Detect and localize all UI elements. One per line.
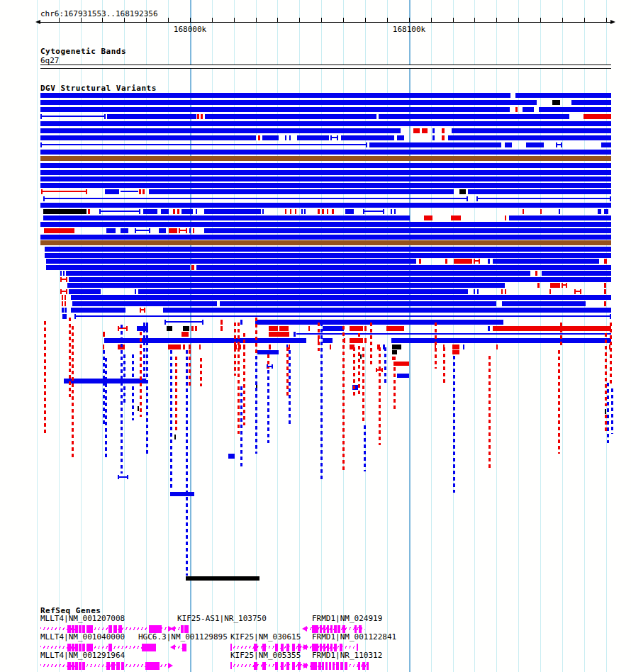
gene-exon[interactable] <box>292 662 295 670</box>
variant-bar[interactable] <box>509 215 611 220</box>
variant-dashed-line[interactable] <box>186 350 188 576</box>
variant-bar[interactable] <box>183 326 189 331</box>
cytogenetic-band-track[interactable] <box>40 65 611 69</box>
variant-bar[interactable] <box>183 345 185 349</box>
variant-bar[interactable] <box>40 156 611 161</box>
gene-exon[interactable] <box>111 662 115 670</box>
variant-bar[interactable] <box>327 209 328 214</box>
variant-bar[interactable] <box>103 332 105 337</box>
variant-span-endtick[interactable] <box>144 308 145 313</box>
variant-span-endtick[interactable] <box>118 326 119 331</box>
variant-bar[interactable] <box>65 308 67 313</box>
gene-exon[interactable] <box>322 662 324 670</box>
variant-bar[interactable] <box>196 265 611 270</box>
variant-bar[interactable] <box>397 374 409 378</box>
variant-span-endtick[interactable] <box>467 196 468 201</box>
variant-span-endtick[interactable] <box>179 228 180 233</box>
variant-dashed-line[interactable] <box>318 323 320 351</box>
variant-dashed-line[interactable] <box>240 386 242 466</box>
variant-bar[interactable] <box>488 259 490 264</box>
variant-dashed-line[interactable] <box>364 425 366 471</box>
variant-bar[interactable] <box>40 93 510 98</box>
variant-bar[interactable] <box>189 345 191 349</box>
variant-dashed-line[interactable] <box>146 323 148 454</box>
variant-bar[interactable] <box>304 209 306 214</box>
variant-span-endtick[interactable] <box>476 196 478 201</box>
variant-dashed-line[interactable] <box>200 358 202 386</box>
variant-bar[interactable] <box>201 114 203 119</box>
variant-span-endtick[interactable] <box>41 189 43 194</box>
variant-bar[interactable] <box>308 326 310 331</box>
variant-bar[interactable] <box>43 209 86 214</box>
variant-bar[interactable] <box>107 114 196 119</box>
variant-bar[interactable] <box>571 100 611 105</box>
variant-bar[interactable] <box>106 228 116 233</box>
variant-dashed-line[interactable] <box>358 333 360 397</box>
variant-bar[interactable] <box>269 332 289 337</box>
variant-bar[interactable] <box>67 283 505 288</box>
variant-bar[interactable] <box>526 142 544 147</box>
gene-exon[interactable] <box>336 662 339 670</box>
variant-span-endtick[interactable] <box>566 283 567 288</box>
variant-span-endtick[interactable] <box>574 289 576 294</box>
variant-dashed-line[interactable] <box>243 333 245 425</box>
variant-bar[interactable] <box>323 326 344 331</box>
variant-bar[interactable] <box>62 301 63 306</box>
variant-span-line[interactable] <box>164 321 203 323</box>
gene-exon[interactable] <box>329 662 331 670</box>
variant-span-endtick[interactable] <box>149 228 150 233</box>
variant-bar[interactable] <box>66 271 530 276</box>
variant-bar[interactable] <box>71 295 611 300</box>
variant-bar[interactable] <box>193 228 194 233</box>
gene-exon[interactable] <box>367 662 369 670</box>
variant-bar[interactable] <box>174 435 176 439</box>
variant-bar[interactable] <box>350 338 363 343</box>
variant-bar[interactable] <box>149 189 454 194</box>
variant-bar[interactable] <box>104 338 306 343</box>
variant-bar[interactable] <box>40 240 611 245</box>
gene-label[interactable]: KIF25|NM_030615 <box>230 633 301 642</box>
variant-dashed-line[interactable] <box>143 323 145 383</box>
gene-exon[interactable] <box>121 662 124 670</box>
variant-span-endtick[interactable] <box>202 320 203 325</box>
variant-bar[interactable] <box>88 209 90 214</box>
gene-exon[interactable] <box>254 662 257 670</box>
variant-bar[interactable] <box>204 209 261 214</box>
variant-bar[interactable] <box>496 345 498 349</box>
variant-bar[interactable] <box>452 128 611 133</box>
variant-bar[interactable] <box>60 271 62 276</box>
variant-span-line[interactable] <box>41 191 87 192</box>
variant-bar[interactable] <box>379 114 569 119</box>
variant-span-endtick[interactable] <box>66 289 67 294</box>
variant-bar[interactable] <box>290 209 291 214</box>
variant-bar[interactable] <box>523 209 524 214</box>
variant-bar[interactable] <box>279 326 289 331</box>
variant-bar[interactable] <box>432 128 435 133</box>
variant-bar[interactable] <box>474 289 475 294</box>
variant-span-endtick[interactable] <box>126 326 128 331</box>
variant-span-endtick[interactable] <box>104 114 106 119</box>
variant-bar[interactable] <box>167 326 172 331</box>
variant-span-endtick[interactable] <box>135 228 136 233</box>
variant-bar[interactable] <box>191 326 194 331</box>
gene-exon[interactable] <box>298 662 301 670</box>
variant-span-endtick[interactable] <box>164 320 166 325</box>
variant-bar[interactable] <box>196 209 197 214</box>
variant-bar[interactable] <box>452 350 459 354</box>
variant-bar[interactable] <box>289 345 290 349</box>
variant-bar[interactable] <box>322 209 324 214</box>
variant-bar[interactable] <box>220 301 496 306</box>
variant-bar[interactable] <box>442 128 445 133</box>
variant-span-line[interactable] <box>99 211 140 212</box>
gene-model[interactable] <box>307 661 369 670</box>
variant-bar[interactable] <box>143 189 145 194</box>
variant-span-endtick[interactable] <box>66 277 67 282</box>
variant-bar[interactable] <box>63 271 65 276</box>
variant-span-endtick[interactable] <box>40 114 42 119</box>
variant-bar[interactable] <box>392 357 396 360</box>
gene-label[interactable]: KIF25|NM_005355 <box>230 651 301 660</box>
variant-dashed-line[interactable] <box>238 323 240 434</box>
variant-bar[interactable] <box>40 203 611 208</box>
variant-bar[interactable] <box>583 114 611 119</box>
variant-bar[interactable] <box>220 320 223 325</box>
